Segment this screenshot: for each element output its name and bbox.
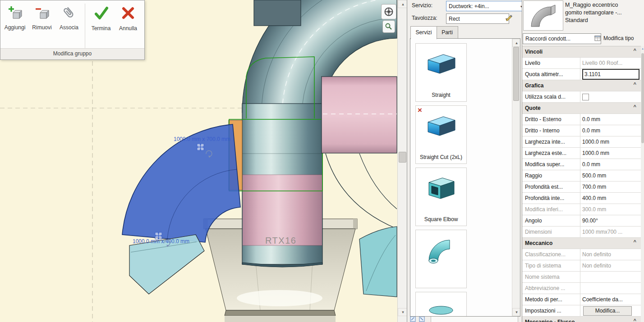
remove-button-label: Rimuovi	[32, 24, 51, 31]
dimension-label-top[interactable]: 1000.0 mm x 700.0 mm	[174, 136, 230, 142]
footer-tool-icon-1[interactable]	[410, 316, 416, 322]
footer-tool-icon-2[interactable]	[419, 316, 425, 322]
type-name: M_Raggio eccentrico gomito rettangolare …	[565, 1, 644, 24]
scroll-down-arrow[interactable]: ▾	[512, 308, 520, 316]
toolbar-separator	[85, 4, 85, 50]
tab-parti[interactable]: Parti	[436, 26, 458, 39]
tab-servizi[interactable]: Servizi	[410, 26, 437, 39]
parts-list-scrollbar[interactable]: ▴ ▾	[512, 39, 520, 316]
collapse-icon[interactable]: ^	[634, 48, 636, 53]
scroll-up-arrow[interactable]: ▴	[512, 39, 520, 47]
pen-icon	[505, 14, 513, 22]
property-row: Abbreviazione ...	[522, 283, 641, 294]
paperclip-icon	[61, 5, 77, 20]
steering-wheel-button[interactable]	[381, 4, 396, 19]
vertical-duct[interactable]: RTX16	[242, 104, 322, 267]
section-header-meccanico-flusso[interactable]: Meccanico - Flusso ^	[522, 317, 641, 322]
palette-dropdown[interactable]: Rect ▾	[446, 14, 509, 24]
move-handle-icon[interactable]	[197, 143, 204, 151]
part-straight-cut[interactable]: × Straight Cut (2xL)	[415, 105, 467, 164]
red-x-icon	[120, 5, 136, 21]
edit-settings-button[interactable]: Modifica...	[583, 306, 632, 316]
service-label: Servizio:	[412, 2, 432, 9]
magnifier-icon	[385, 23, 393, 31]
part-straight[interactable]: Straight	[415, 43, 467, 102]
edit-type-button[interactable]: Modifica tipo	[593, 33, 635, 43]
property-grid: Vincoli ^ Livello Livello 00 Roof... Quo…	[522, 46, 641, 322]
section-header-vincoli[interactable]: Vincoli ^	[522, 46, 641, 58]
property-row: Angolo 90.00°	[522, 215, 641, 227]
property-row: Profondità inte... 400.0 mm	[522, 193, 641, 204]
elbow-preview-icon	[528, 3, 559, 28]
scroll-up-arrow[interactable]: ▴	[641, 47, 644, 50]
property-row: Dritto - Esterno 0.0 mm	[522, 114, 641, 125]
section-header-grafica[interactable]: Grafica ^	[522, 80, 641, 91]
add-icon	[7, 5, 23, 20]
property-row: Modifica super... 0.0 mm	[522, 159, 641, 170]
svg-text:1000.0 mm x 700.0 mm: 1000.0 mm x 700.0 mm	[174, 136, 230, 142]
cancel-button[interactable]: Annulla	[115, 4, 142, 32]
type-selector-dropdown[interactable]: Raccordi condott... ▾	[523, 33, 601, 44]
cancel-button-label: Annulla	[119, 25, 137, 32]
canvas-vertical-scrollbar[interactable]: ▴ ▾	[397, 0, 407, 322]
property-row-impostazioni: Impostazioni ... Modifica...	[522, 305, 641, 317]
horizontal-duct-pink[interactable]	[322, 77, 397, 153]
parts-list: Straight × Straight Cut (2xL) Square Elb…	[410, 38, 520, 317]
property-row: Classificazione... Non definito	[522, 249, 641, 260]
service-dropdown[interactable]: Ductwork: +4in... ▾	[446, 1, 524, 11]
steering-wheel-icon	[384, 7, 394, 17]
section-header-quote[interactable]: Quote ^	[522, 103, 641, 114]
footer-partial-control[interactable]	[431, 316, 518, 322]
property-row: Raggio 500.0 mm	[522, 170, 641, 181]
checkmark-icon	[93, 5, 109, 21]
attach-button-label: Associa	[60, 24, 78, 31]
zoom-button[interactable]	[382, 20, 395, 33]
remove-icon	[34, 5, 50, 20]
upper-duct-stub[interactable]	[254, 0, 301, 26]
fitting-icon	[424, 297, 458, 317]
remove-button[interactable]: Rimuovi	[28, 4, 55, 31]
parts-palette: Servizio: Ductwork: +4in... ▾ Tavolozza:…	[407, 0, 522, 322]
property-row: Dimensioni 1000 mmx700 ...	[522, 227, 641, 238]
edit-group-toolbar: Aggiungi Rimuovi Associa Termin	[0, 0, 145, 60]
add-button[interactable]: Aggiungi	[1, 4, 28, 31]
property-row: Profondità est... 700.0 mm	[522, 181, 641, 193]
delete-icon[interactable]: ×	[418, 107, 422, 113]
edit-palette-button[interactable]	[504, 13, 515, 23]
finish-button[interactable]: Termina	[87, 4, 115, 32]
scrollbar-thumb[interactable]	[513, 47, 519, 101]
scrollbar-thumb[interactable]	[641, 53, 644, 143]
property-row-quota: Quota altimetr... 3.1101	[522, 69, 641, 80]
property-row: Metodo di per... Coefficiente da...	[522, 294, 641, 305]
property-row: Tipo di sistema Non definito	[522, 260, 641, 272]
property-row: Nome sistema	[522, 272, 641, 283]
part-item-partial[interactable]	[415, 292, 467, 317]
part-square-elbow[interactable]: Square Elbow	[415, 168, 467, 226]
collapse-icon[interactable]: ^	[634, 82, 636, 87]
palette-label: Tavolozza:	[412, 15, 437, 21]
radius-elbow-icon	[424, 235, 458, 263]
property-row: Dritto - Interno 0.0 mm	[522, 125, 641, 136]
collapse-icon[interactable]: ^	[634, 104, 636, 109]
properties-palette: M_Raggio eccentrico gomito rettangolare …	[522, 0, 644, 322]
attach-button[interactable]: Associa	[55, 4, 83, 31]
properties-scrollbar[interactable]: ▴	[641, 46, 644, 322]
add-button-label: Aggiungi	[5, 24, 26, 31]
property-row: Larghezza este... 1000.0 mm	[522, 148, 641, 159]
collapse-icon[interactable]: ^	[634, 239, 636, 245]
property-row: Larghezza inte... 1000.0 mm	[522, 136, 641, 148]
scrollbar-thumb[interactable]	[399, 152, 406, 163]
part-radius-elbow[interactable]	[415, 230, 467, 288]
checkbox[interactable]	[582, 94, 589, 100]
straight-cut-duct-icon	[424, 110, 458, 139]
property-row: Modifica inferi... 300.0 mm	[522, 204, 641, 215]
finish-button-label: Termina	[92, 25, 111, 32]
type-preview-image	[523, 0, 563, 31]
property-row-scala: Utilizza scala d...	[522, 91, 641, 103]
property-row-livello: Livello Livello 00 Roof...	[522, 58, 641, 69]
collapse-icon[interactable]: ^	[634, 318, 636, 322]
elevation-input[interactable]: 3.1101	[582, 69, 639, 80]
duct-tag-label: RTX16	[265, 236, 296, 245]
move-handle-icon[interactable]	[155, 232, 162, 240]
section-header-meccanico[interactable]: Meccanico ^	[522, 238, 641, 249]
